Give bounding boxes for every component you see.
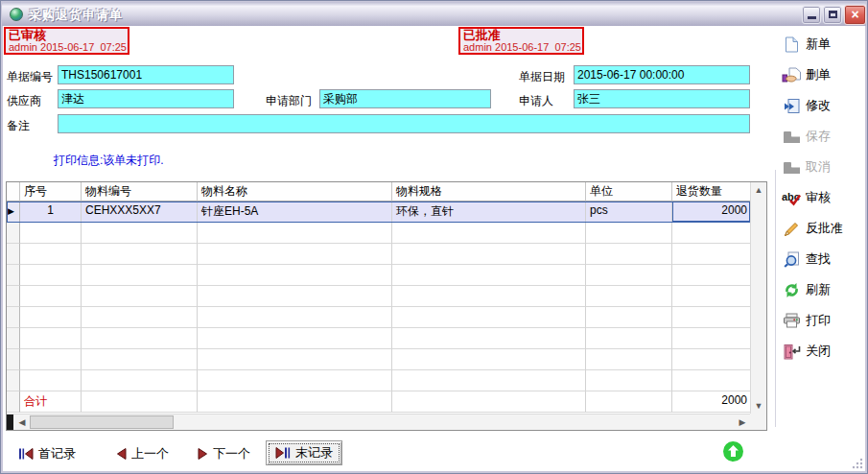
approve-status-text: 已批准	[463, 29, 579, 42]
save-label: 保存	[806, 128, 831, 145]
save-icon	[782, 128, 802, 145]
window-title: 采购退货申请单	[29, 7, 123, 24]
approve-stamp: 已批准 admin 2015-06-17 07:25	[458, 27, 584, 55]
grid-row-empty[interactable]	[7, 349, 750, 370]
last-record-button[interactable]: 末记录	[266, 440, 342, 465]
column-header-spec[interactable]: 物料规格	[392, 182, 586, 201]
close-button[interactable]: ×	[844, 5, 866, 25]
cell-name[interactable]: 针座EH-5A	[198, 201, 392, 223]
column-header-name[interactable]: 物料名称	[198, 182, 392, 201]
total-label: 合计	[20, 391, 82, 413]
window-content: 已审核 admin 2015-06-17 07:25 已批准 admin 201…	[3, 26, 865, 471]
title-bar[interactable]: 采购退货申请单 ×	[2, 2, 866, 26]
audit-icon: abc	[782, 189, 802, 206]
scroll-down-icon[interactable]: ▼	[751, 398, 766, 414]
cell-qty[interactable]: 2000	[672, 201, 750, 223]
column-header-qty[interactable]: 退货数量	[672, 182, 750, 201]
prev-record-icon	[116, 448, 127, 460]
print-icon	[782, 312, 802, 329]
doc-no-input[interactable]	[58, 65, 234, 84]
modify-button[interactable]: 修改	[782, 95, 868, 116]
unapprove-button[interactable]: 反批准	[782, 218, 868, 239]
first-record-button[interactable]: 首记录	[18, 445, 76, 462]
department-input[interactable]	[319, 89, 491, 108]
last-record-icon	[275, 447, 291, 459]
doc-date-input[interactable]	[574, 65, 750, 84]
doc-no-label: 单据编号	[7, 69, 53, 85]
column-header-unit[interactable]: 单位	[586, 182, 672, 201]
maximize-button[interactable]	[823, 6, 842, 24]
last-record-label: 末记录	[295, 444, 333, 462]
print-button[interactable]: 打印	[782, 310, 868, 331]
supplier-label: 供应商	[7, 93, 41, 109]
scroll-right-icon[interactable]: ▶	[735, 415, 750, 430]
unapprove-icon	[782, 220, 802, 237]
close-form-icon	[782, 343, 802, 360]
resize-grip[interactable]	[851, 457, 863, 469]
grid-body: 序号 物料编号 物料名称 物料规格 单位 退货数量 ▶ 1 CEHXXX5XX7…	[7, 182, 750, 414]
app-window: 采购退货申请单 × 已审核 admin 2015-06-17 07:25 已批准…	[0, 0, 868, 474]
horizontal-scrollbar[interactable]: ◀ ▶	[7, 414, 750, 430]
next-record-label: 下一个	[213, 445, 250, 462]
grid-row-empty[interactable]	[7, 370, 750, 391]
minimize-icon	[808, 16, 816, 19]
grid-row-empty[interactable]	[7, 328, 750, 349]
refresh-button[interactable]: 刷新	[782, 279, 868, 300]
scrollbar-corner	[750, 414, 766, 430]
grid-row-empty[interactable]	[7, 286, 750, 307]
items-grid: 序号 物料编号 物料名称 物料规格 单位 退货数量 ▶ 1 CEHXXX5XX7…	[6, 181, 767, 431]
delete-doc-icon	[782, 66, 802, 83]
total-qty-value: 2000	[672, 391, 750, 413]
first-record-label: 首记录	[38, 445, 76, 462]
delete-doc-label: 删单	[806, 66, 831, 83]
panel-divider	[775, 170, 776, 427]
green-status-icon	[722, 440, 744, 462]
grid-row-empty[interactable]	[7, 244, 750, 265]
minimize-button[interactable]	[802, 6, 821, 24]
toolbar-sidebar: 新单 删单 修改 保存 取消 abc 审核	[782, 34, 868, 371]
modify-label: 修改	[806, 97, 831, 114]
audit-button[interactable]: abc 审核	[782, 187, 868, 208]
grid-corner-block	[7, 415, 13, 430]
scroll-up-icon[interactable]: ▲	[751, 182, 766, 198]
unapprove-label: 反批准	[806, 220, 843, 237]
close-form-label: 关闭	[806, 343, 831, 360]
app-orb-icon	[10, 8, 23, 21]
cell-code[interactable]: CEHXXX5XX7	[82, 201, 198, 223]
next-record-button[interactable]: 下一个	[198, 445, 250, 462]
grid-row-selected[interactable]: ▶ 1 CEHXXX5XX7 针座EH-5A 环保，直针 pcs 2000	[7, 201, 750, 223]
audit-stamp: 已审核 admin 2015-06-17 07:25	[4, 27, 129, 55]
close-form-button[interactable]: 关闭	[782, 341, 868, 362]
applicant-input[interactable]	[574, 89, 750, 108]
supplier-input[interactable]	[58, 89, 234, 108]
grid-selector-header	[7, 182, 20, 201]
grid-row-empty[interactable]	[7, 307, 750, 328]
cell-spec[interactable]: 环保，直针	[392, 201, 586, 223]
cell-unit[interactable]: pcs	[586, 201, 672, 223]
hscroll-thumb[interactable]	[30, 415, 174, 429]
prev-record-label: 上一个	[131, 445, 169, 462]
audit-label: 审核	[806, 189, 831, 206]
modify-icon	[782, 97, 802, 114]
scroll-left-icon[interactable]: ◀	[14, 415, 30, 430]
grid-header-row: 序号 物料编号 物料名称 物料规格 单位 退货数量	[7, 182, 750, 201]
refresh-label: 刷新	[806, 281, 831, 298]
prev-record-button[interactable]: 上一个	[116, 445, 169, 462]
department-label: 申请部门	[266, 93, 312, 109]
grid-row-empty[interactable]	[7, 265, 750, 286]
delete-doc-button[interactable]: 删单	[782, 64, 868, 85]
new-doc-icon	[782, 36, 802, 53]
audit-detail-text: admin 2015-06-17 07:25	[9, 42, 125, 53]
column-header-seq[interactable]: 序号	[20, 182, 82, 201]
audit-status-text: 已审核	[9, 29, 125, 42]
print-info-text: 打印信息:该单未打印.	[54, 153, 164, 169]
vertical-scrollbar[interactable]: ▲ ▼	[750, 182, 766, 414]
grid-row-empty[interactable]	[7, 223, 750, 244]
cell-seq[interactable]: 1	[20, 201, 82, 223]
current-row-marker-icon: ▶	[8, 206, 14, 216]
column-header-code[interactable]: 物料编号	[82, 182, 198, 201]
new-doc-button[interactable]: 新单	[782, 34, 868, 55]
find-button[interactable]: 查找	[782, 249, 868, 270]
applicant-label: 申请人	[519, 93, 553, 109]
remarks-input[interactable]	[58, 114, 750, 133]
